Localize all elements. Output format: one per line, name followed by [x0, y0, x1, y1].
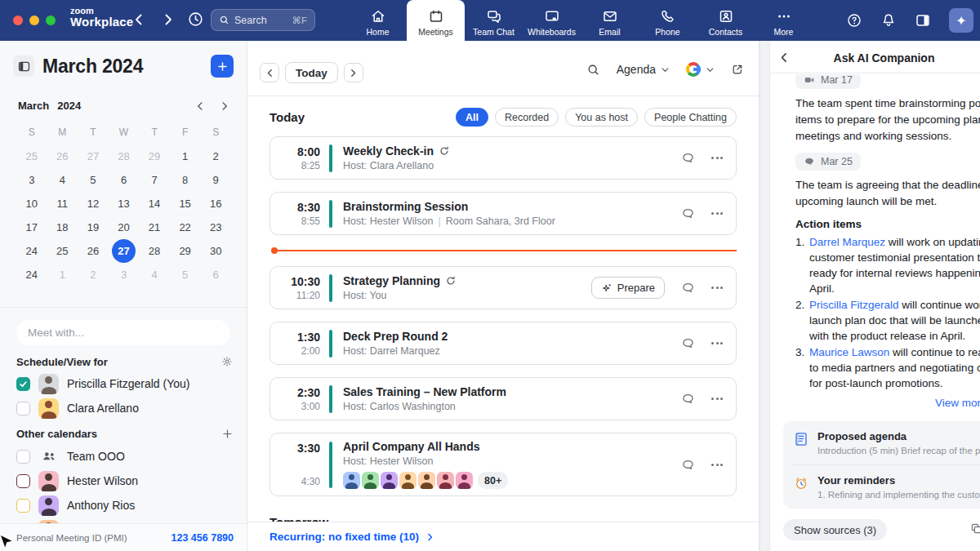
tab-meetings[interactable]: Meetings	[407, 0, 465, 41]
calendar-day[interactable]: 6	[109, 171, 140, 189]
view-more-link[interactable]: View more	[935, 397, 980, 409]
nav-back-button[interactable]	[132, 12, 145, 27]
calendar-day[interactable]: 19	[78, 218, 109, 236]
view-selector-dropdown[interactable]: Agenda	[617, 63, 670, 76]
maximize-window-button[interactable]	[46, 16, 56, 25]
person-name-link[interactable]: Maurice Lawson	[809, 346, 889, 358]
calendar-day[interactable]: 5	[170, 265, 201, 283]
calendar-day[interactable]: 4	[47, 171, 78, 189]
today-button[interactable]: Today	[285, 62, 338, 83]
show-sources-button[interactable]: Show sources (3)	[783, 519, 887, 540]
minimize-window-button[interactable]	[29, 16, 39, 25]
next-month-icon[interactable]	[220, 100, 229, 112]
calendar-day[interactable]: 4	[139, 265, 170, 283]
meeting-more-icon[interactable]	[711, 398, 723, 400]
calendar-day[interactable]: 25	[47, 242, 78, 260]
meeting-chat-icon[interactable]	[681, 207, 695, 220]
calendar-day[interactable]: 8	[170, 171, 201, 189]
calendar-person-row[interactable]: Priscilla Fitzgerald (You)	[16, 371, 234, 396]
meeting-chat-icon[interactable]	[681, 336, 695, 350]
filter-pill-all[interactable]: All	[456, 108, 488, 127]
person-name-link[interactable]: Priscilla Fitzgerald	[809, 299, 899, 311]
prev-month-icon[interactable]	[195, 100, 205, 112]
meeting-more-icon[interactable]	[711, 212, 723, 215]
meet-with-input[interactable]	[16, 320, 230, 345]
tab-team-chat[interactable]: Team Chat	[465, 0, 523, 41]
meeting-card[interactable]: 10:3011:20Strategy PlanningHost: YouPrep…	[270, 266, 737, 309]
notifications-bell-icon[interactable]	[880, 12, 897, 29]
calendar-day[interactable]: 9	[200, 171, 231, 189]
attendee-overflow-count[interactable]: 80+	[478, 472, 508, 489]
person-name-link[interactable]: Darrel Marquez	[809, 236, 885, 248]
add-calendar-icon[interactable]	[221, 428, 234, 440]
calendar-day[interactable]: 23	[200, 218, 231, 236]
meeting-more-icon[interactable]	[711, 464, 723, 466]
panel-toggle-icon[interactable]	[915, 12, 931, 29]
calendar-day[interactable]: 25	[16, 147, 47, 165]
calendar-day[interactable]: 11	[47, 194, 78, 212]
calendar-day[interactable]: 22	[170, 218, 201, 236]
meeting-card[interactable]: 3:304:30April Company All HandsHost: Hes…	[270, 433, 737, 496]
ai-companion-button[interactable]: ✦	[949, 8, 973, 33]
calendar-day[interactable]: 13	[109, 194, 140, 212]
calendar-day-selected[interactable]: 27	[109, 242, 140, 260]
calendar-checkbox[interactable]	[16, 450, 30, 464]
collapse-sidebar-icon[interactable]	[13, 56, 34, 77]
ai-suggestion-row[interactable]: Proposed agendaIntroduction (5 min) Brie…	[783, 421, 980, 464]
tab-email[interactable]: Email	[581, 0, 639, 41]
history-icon[interactable]	[187, 11, 204, 28]
calendar-day[interactable]: 18	[47, 218, 78, 236]
meeting-more-icon[interactable]	[711, 157, 723, 159]
gear-icon[interactable]	[220, 355, 234, 368]
calendar-day[interactable]: 2	[200, 147, 231, 165]
calendar-day[interactable]: 7	[139, 171, 170, 189]
calendar-day[interactable]: 24	[16, 265, 47, 283]
copy-icon[interactable]	[969, 522, 980, 535]
calendar-checkbox[interactable]	[16, 499, 30, 513]
calendar-day[interactable]: 29	[139, 147, 170, 165]
calendar-checkbox[interactable]	[16, 377, 30, 391]
search-meetings-icon[interactable]	[586, 63, 600, 77]
calendar-day[interactable]: 15	[170, 194, 201, 212]
meeting-chat-icon[interactable]	[681, 392, 695, 406]
calendar-day[interactable]: 14	[139, 194, 170, 212]
calendar-person-row[interactable]: Clara Arellano	[16, 396, 234, 420]
calendar-day[interactable]: 1	[170, 147, 201, 165]
pmi-number[interactable]: 123 456 7890	[172, 532, 234, 544]
calendar-person-row[interactable]: Hester Wilson	[16, 469, 234, 493]
calendar-day[interactable]: 26	[78, 242, 109, 260]
calendar-day[interactable]: 16	[200, 194, 231, 212]
meeting-date-chip[interactable]: Mar 17	[795, 74, 861, 89]
calendar-day[interactable]: 29	[170, 242, 201, 260]
filter-pill-you-as-host[interactable]: You as host	[565, 108, 638, 127]
tab-home[interactable]: Home	[349, 0, 407, 41]
calendar-day[interactable]: 30	[200, 242, 231, 260]
calendar-day[interactable]: 21	[139, 218, 170, 236]
calendar-day[interactable]: 28	[109, 147, 140, 165]
nav-forward-button[interactable]	[162, 12, 175, 27]
recurring-meetings-link[interactable]: Recurring: no fixed time (10)	[270, 531, 434, 543]
calendar-day[interactable]: 1	[47, 265, 78, 283]
meeting-more-icon[interactable]	[711, 342, 723, 344]
meeting-date-chip[interactable]: Mar 25	[795, 153, 861, 171]
calendar-checkbox[interactable]	[16, 402, 30, 415]
window-controls[interactable]	[13, 16, 56, 25]
calendar-day[interactable]: 12	[78, 194, 109, 212]
calendar-day[interactable]: 5	[78, 171, 109, 189]
calendar-day[interactable]: 10	[16, 194, 47, 212]
ai-suggestion-row[interactable]: Your reminders1. Refining and implementi…	[783, 465, 980, 509]
calendar-day[interactable]: 3	[16, 171, 47, 189]
calendar-day[interactable]: 2	[78, 265, 109, 283]
meeting-card[interactable]: 1:302:00Deck Prep Round 2Host: Darrel Ma…	[270, 322, 737, 365]
calendar-day[interactable]: 28	[139, 242, 170, 260]
meeting-chat-icon[interactable]	[681, 458, 695, 472]
meeting-more-icon[interactable]	[711, 287, 723, 289]
meeting-card[interactable]: 8:008:25Weekly Check-inHost: Clara Arell…	[270, 136, 737, 180]
add-meeting-button[interactable]	[211, 55, 234, 78]
meeting-card[interactable]: 8:308:55Brainstorming SessionHost: Heste…	[270, 192, 737, 235]
calendar-person-row[interactable]: Team OOO	[16, 444, 234, 469]
calendar-person-row[interactable]: Anthony Rios	[16, 493, 234, 518]
calendar-day[interactable]: 17	[16, 218, 47, 236]
calendar-day[interactable]: 3	[109, 265, 140, 283]
calendar-day[interactable]: 27	[78, 147, 109, 165]
